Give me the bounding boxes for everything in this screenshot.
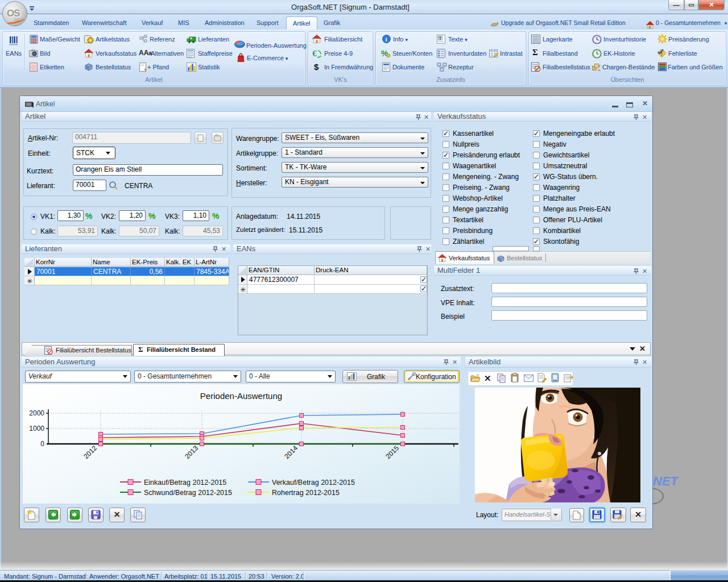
svg-text:2000: 2000 — [29, 409, 44, 417]
svg-text:0: 0 — [40, 440, 44, 448]
svg-text:Verkauf/Betrag 2012-2015: Verkauf/Betrag 2012-2015 — [272, 479, 355, 487]
svg-text:Einkauf/Betrag 2012-2015: Einkauf/Betrag 2012-2015 — [144, 479, 226, 487]
svg-text:2013: 2013 — [183, 444, 200, 460]
svg-text:2015: 2015 — [384, 444, 400, 460]
svg-text:Rohertrag 2012-2015: Rohertrag 2012-2015 — [272, 489, 340, 497]
svg-text:2012: 2012 — [82, 444, 98, 460]
svg-text:1000: 1000 — [29, 425, 44, 433]
svg-text:T: T — [439, 36, 442, 41]
svg-text:€: € — [312, 49, 317, 58]
svg-text:2014: 2014 — [283, 444, 299, 460]
svg-text:i: i — [386, 36, 387, 43]
svg-text:Schwund/Betrag 2012-2015: Schwund/Betrag 2012-2015 — [144, 489, 232, 497]
